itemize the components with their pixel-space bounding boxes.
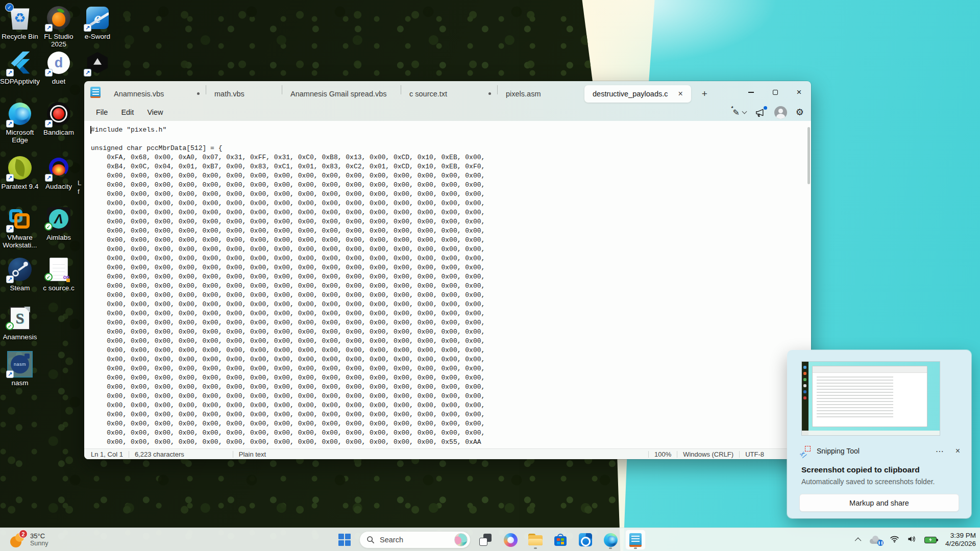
desktop-icon-vmware[interactable]: ↗VMware Workstati... bbox=[1, 206, 39, 249]
search-input[interactable]: Search bbox=[359, 531, 471, 548]
desktop-icon-anamnesis[interactable]: S✓Anamnesis bbox=[1, 306, 39, 341]
account-icon[interactable] bbox=[774, 106, 787, 119]
aimlabs-icon: Λ✓ bbox=[46, 206, 71, 232]
tab-c-source-txt[interactable]: c source.txt bbox=[401, 85, 497, 103]
status-left: Ln 1, Col 16,223 charactersPlain text bbox=[91, 450, 266, 458]
more-options-icon[interactable]: ⋯ bbox=[936, 446, 944, 456]
text-editor[interactable]: #include "pixels.h" unsigned char pccMbr… bbox=[84, 121, 811, 448]
taskbar-explorer-icon[interactable] bbox=[525, 530, 546, 550]
taskbar-copilot-icon[interactable] bbox=[500, 530, 521, 550]
maximize-button[interactable] bbox=[763, 81, 787, 104]
tab-label: Anamnesis.vbs bbox=[114, 90, 164, 98]
close-button[interactable]: × bbox=[787, 81, 811, 104]
notification-title: Screenshot copied to clipboard bbox=[801, 465, 920, 474]
notepad-app-icon bbox=[90, 87, 101, 98]
duet-icon: d↗ bbox=[46, 50, 71, 76]
desktop-icon-duet[interactable]: d↗duet bbox=[39, 50, 78, 85]
chevron-down-icon bbox=[742, 109, 747, 114]
desktop-icon-label: e-Sword bbox=[85, 33, 110, 40]
wifi-icon[interactable] bbox=[890, 535, 899, 545]
tab-label: destructive_payloads.c bbox=[593, 90, 668, 98]
desktop-icon-label: Recycle Bin bbox=[2, 33, 38, 40]
shortcut-arrow-icon: ↗ bbox=[45, 120, 53, 128]
taskbar-center: Search bbox=[334, 528, 646, 551]
unsaved-dot bbox=[197, 92, 200, 95]
editor-content: #include "pixels.h" unsigned char pccMbr… bbox=[91, 126, 485, 447]
desktop-icon-unity[interactable]: ↗ bbox=[78, 50, 117, 76]
csource-icon: ∞✓ bbox=[46, 257, 71, 282]
desktop-icon-nasm[interactable]: nasm↗nasm bbox=[1, 352, 39, 387]
scrollbar-thumb[interactable] bbox=[807, 127, 810, 184]
desktop-icon-flstudio[interactable]: ↗FL Studio 2025 bbox=[39, 5, 78, 48]
taskbar-edge-icon[interactable] bbox=[600, 530, 621, 550]
search-icon bbox=[366, 536, 375, 544]
onedrive-icon[interactable]: ❚❚ bbox=[869, 536, 882, 544]
tab-math-vbs[interactable]: math.vbs bbox=[206, 85, 282, 103]
tab-destructive-payloads-c[interactable]: destructive_payloads.c× bbox=[584, 85, 691, 103]
desktop-icon-steam[interactable]: ↗Steam bbox=[1, 257, 39, 292]
weather-widget[interactable]: 2 35°C Sunny bbox=[6, 528, 52, 551]
minimize-button[interactable] bbox=[739, 81, 763, 104]
battery-icon[interactable] bbox=[924, 537, 937, 543]
sync-check-icon: ✓ bbox=[44, 273, 53, 281]
desktop-icon-label: Aimlabs bbox=[46, 234, 71, 241]
tab-anamnesis-vbs[interactable]: Anamnesis.vbs bbox=[106, 85, 206, 103]
taskbar-notepad-icon[interactable] bbox=[625, 530, 646, 550]
taskbar-outlook-icon[interactable] bbox=[575, 530, 596, 550]
status-ln-1-col-1: Ln 1, Col 1 bbox=[91, 450, 123, 458]
desktop-icon-paratext[interactable]: ↗Paratext 9.4 bbox=[1, 155, 39, 190]
volume-icon[interactable] bbox=[907, 535, 917, 545]
snipping-tool-notification: ✂ Snipping Tool ⋯ × Screenshot copied to… bbox=[787, 350, 971, 518]
search-highlight-image[interactable] bbox=[454, 533, 468, 546]
desktop-icon-audacity[interactable]: ↗Audacity bbox=[39, 155, 78, 190]
desktop-icon-esword[interactable]: e↗e-Sword bbox=[78, 5, 117, 40]
shortcut-arrow-icon: ↗ bbox=[6, 276, 14, 283]
running-indicator bbox=[609, 547, 612, 549]
window-controls: × bbox=[739, 81, 811, 104]
tab-pixels-asm[interactable]: pixels.asm bbox=[498, 85, 583, 103]
close-icon[interactable]: × bbox=[955, 446, 960, 456]
megaphone-icon[interactable] bbox=[755, 108, 766, 117]
nasm-icon: nasm↗ bbox=[7, 352, 33, 377]
running-indicator bbox=[634, 547, 637, 549]
status-separator bbox=[648, 451, 649, 458]
taskbar-taskview-icon[interactable] bbox=[475, 530, 496, 550]
flstudio-icon: ↗ bbox=[46, 5, 71, 31]
desktop-icon-bandicam[interactable]: ↗Bandicam bbox=[39, 101, 78, 136]
hidden-icons-chevron[interactable] bbox=[855, 537, 862, 544]
preview-desktop-strip bbox=[802, 362, 808, 435]
desktop-icon-aimlabs[interactable]: Λ✓Aimlabs bbox=[39, 206, 78, 241]
sun-icon: 2 bbox=[10, 532, 26, 547]
tab-anamnesis-gmail-spread-vbs[interactable]: Anamnesis Gmail spread.vbs bbox=[282, 85, 401, 103]
menu-file[interactable]: File bbox=[89, 106, 114, 119]
menu-bar: FileEditView ✦✎ ⚙ bbox=[84, 104, 811, 121]
desktop-icon-edge[interactable]: ↗Microsoft Edge bbox=[1, 101, 39, 144]
settings-icon[interactable]: ⚙ bbox=[796, 107, 804, 118]
steam-icon: ↗ bbox=[7, 257, 33, 282]
tab-close-icon[interactable]: × bbox=[676, 89, 685, 98]
taskbar-store-icon[interactable] bbox=[550, 530, 571, 550]
desktop-icon-flutter[interactable]: ↗SDPApptivity bbox=[1, 50, 39, 85]
desktop-icon-label: VMware Workstati... bbox=[1, 234, 39, 249]
markup-and-share-button[interactable]: Markup and share bbox=[799, 494, 959, 512]
notification-header: ✂ Snipping Tool ⋯ × bbox=[800, 446, 960, 456]
desktop-icon-recycle[interactable]: ♻✓Recycle Bin bbox=[1, 5, 39, 40]
ai-rewrite-icon[interactable]: ✦✎ bbox=[732, 108, 746, 117]
paratext-icon: ↗ bbox=[7, 155, 33, 181]
tab-label: Anamnesis Gmail spread.vbs bbox=[290, 90, 387, 98]
menu-view[interactable]: View bbox=[140, 106, 169, 119]
screenshot-preview[interactable] bbox=[801, 361, 940, 436]
status-windows-crlf-: Windows (CRLF) bbox=[683, 450, 733, 458]
menu-edit[interactable]: Edit bbox=[114, 106, 140, 119]
notification-subtitle: Automatically saved to screenshots folde… bbox=[801, 478, 935, 486]
vmware-icon: ↗ bbox=[7, 206, 33, 232]
menu-items: FileEditView bbox=[89, 106, 170, 119]
tab-bar: Anamnesis.vbsmath.vbsAnamnesis Gmail spr… bbox=[84, 81, 811, 104]
desktop-icon-csource[interactable]: ∞✓c source.c bbox=[39, 257, 78, 292]
new-tab-button[interactable]: + bbox=[697, 87, 712, 101]
desktop: ♻✓Recycle Bin↗FL Studio 2025e↗e-Sword↗SD… bbox=[0, 0, 980, 551]
tab-label: c source.txt bbox=[409, 90, 447, 98]
status-100-: 100% bbox=[654, 450, 671, 458]
taskbar-start-icon[interactable] bbox=[334, 530, 355, 550]
taskbar-clock[interactable]: 3:39 PM 4/26/2026 bbox=[945, 532, 976, 548]
